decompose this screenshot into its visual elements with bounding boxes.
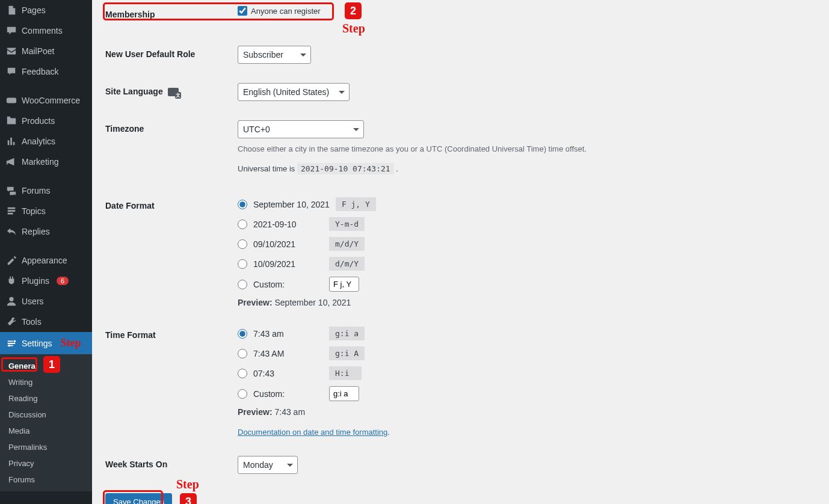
df-radio-1[interactable]	[238, 220, 247, 229]
sidebar-item-products[interactable]: Products	[0, 111, 92, 131]
sidebar-item-label: Feedback	[22, 67, 58, 76]
sidebar-item-tools[interactable]: Tools	[0, 312, 92, 332]
week-starts-select[interactable]: Monday	[238, 456, 298, 474]
site-language-label: Site Language	[105, 83, 238, 96]
sidebar-item-label: MailPoet	[22, 46, 54, 56]
annotation-box-1	[1, 357, 37, 372]
sidebar-item-replies[interactable]: Replies	[0, 221, 92, 242]
submenu-item-general[interactable]: General1	[0, 358, 92, 374]
submenu-item-reading[interactable]: Reading	[0, 390, 92, 407]
forums-icon	[6, 185, 17, 196]
membership-checkbox-row[interactable]: Anyone can register	[238, 6, 816, 16]
date-format-custom-radio[interactable]	[238, 280, 247, 289]
annotation-number-1: 1	[43, 356, 60, 373]
timezone-label: Timezone	[105, 120, 238, 134]
time-format-label: Time Format	[105, 327, 238, 340]
sidebar-item-mailpoet[interactable]: MailPoet	[0, 41, 92, 61]
timezone-help: Choose either a city in the same timezon…	[238, 144, 816, 153]
users-icon	[6, 296, 17, 307]
submenu-item-permalinks[interactable]: Permalinks	[0, 439, 92, 455]
df-label-0: September 10, 2021	[253, 200, 330, 209]
tf-label-0: 7:43 am	[253, 329, 323, 339]
woo-icon	[6, 95, 17, 106]
tf-code-1: g:i A	[329, 346, 365, 360]
date-format-preview: Preview: September 10, 2021	[238, 298, 816, 307]
date-format-label: Date Format	[105, 197, 238, 211]
tf-code-0: g:i a	[329, 327, 365, 340]
df-code-3: d/m/Y	[329, 257, 365, 271]
membership-label: Membership	[105, 6, 238, 19]
sidebar-item-label: WooCommerce	[22, 96, 80, 105]
sidebar-item-settings[interactable]: SettingsStep	[0, 332, 92, 354]
update-badge: 6	[57, 277, 69, 285]
week-starts-label: Week Starts On	[105, 456, 238, 469]
sidebar-item-label: Plugins	[22, 276, 49, 286]
topics-icon	[6, 206, 17, 217]
sidebar-item-label: Comments	[22, 26, 63, 35]
translate-icon	[168, 88, 179, 96]
plugins-icon	[6, 275, 17, 286]
df-radio-0[interactable]	[238, 200, 247, 209]
sidebar-item-users[interactable]: Users	[0, 291, 92, 312]
sidebar-item-marketing[interactable]: Marketing	[0, 152, 92, 172]
sidebar-item-comments[interactable]: Comments	[0, 20, 92, 41]
admin-sidebar: PagesCommentsMailPoetFeedback WooCommerc…	[0, 0, 92, 504]
tf-code-2: H:i	[329, 366, 362, 380]
sidebar-item-label: Products	[22, 116, 55, 126]
submenu-item-media[interactable]: Media	[0, 423, 92, 439]
sidebar-item-feedback[interactable]: Feedback	[0, 61, 92, 82]
date-format-custom-label: Custom:	[253, 280, 323, 289]
submenu-item-writing[interactable]: Writing	[0, 374, 92, 390]
annotation-number-3: 3	[180, 493, 197, 504]
sidebar-item-pages[interactable]: Pages	[0, 0, 92, 20]
sidebar-item-label: Settings	[22, 339, 52, 348]
tf-radio-0[interactable]	[238, 329, 247, 339]
settings-general-content: Membership Anyone can register 2 Step Ne…	[92, 0, 829, 504]
membership-checkbox[interactable]	[238, 6, 247, 16]
submenu-item-forums[interactable]: Forums	[0, 472, 92, 488]
site-language-select[interactable]: English (United States)	[238, 83, 350, 101]
tf-radio-1[interactable]	[238, 349, 247, 358]
svg-point-3	[8, 344, 11, 346]
annotation-step-2: Step	[342, 22, 365, 35]
time-format-custom-label: Custom:	[253, 389, 323, 399]
new-user-role-select[interactable]: Subscriber	[238, 46, 311, 64]
df-code-1: Y-m-d	[329, 217, 365, 231]
sidebar-item-forums[interactable]: Forums	[0, 180, 92, 201]
df-label-2: 09/10/2021	[253, 239, 323, 249]
tools-icon	[6, 316, 17, 327]
sidebar-item-plugins[interactable]: Plugins6	[0, 271, 92, 291]
sidebar-item-label: Replies	[22, 227, 50, 236]
svg-point-2	[14, 340, 16, 342]
sidebar-item-woocommerce[interactable]: WooCommerce	[0, 90, 92, 111]
df-radio-3[interactable]	[238, 259, 247, 269]
df-label-3: 10/09/2021	[253, 259, 323, 269]
submenu-item-discussion[interactable]: Discussion	[0, 407, 92, 423]
time-format-custom-radio[interactable]	[238, 389, 247, 399]
time-format-custom-input[interactable]	[329, 386, 359, 401]
date-format-custom-input[interactable]	[329, 277, 359, 292]
sidebar-item-analytics[interactable]: Analytics	[0, 131, 92, 152]
products-icon	[6, 115, 17, 126]
sidebar-item-appearance[interactable]: Appearance	[0, 250, 92, 271]
sidebar-item-topics[interactable]: Topics	[0, 201, 92, 221]
mailpoet-icon	[6, 46, 17, 57]
df-code-0: F j, Y	[336, 197, 376, 211]
timezone-select[interactable]: UTC+0	[238, 120, 364, 138]
df-radio-2[interactable]	[238, 239, 247, 249]
annotation-step-1: Step	[61, 337, 81, 349]
tf-radio-2[interactable]	[238, 369, 247, 378]
time-format-preview: Preview: 7:43 am	[238, 407, 816, 417]
universal-time: Universal time is 2021-09-10 07:43:21 .	[238, 164, 816, 173]
comment-icon	[6, 25, 17, 36]
new-user-role-label: New User Default Role	[105, 46, 238, 59]
sidebar-item-label: Pages	[22, 5, 46, 15]
sidebar-item-label: Appearance	[22, 256, 67, 265]
svg-point-1	[9, 297, 13, 301]
date-time-doc-link[interactable]: Documentation on date and time formattin…	[238, 428, 387, 437]
sidebar-item-label: Tools	[22, 317, 42, 327]
save-button[interactable]: Save Changes	[105, 493, 172, 504]
sidebar-item-label: Forums	[22, 186, 50, 195]
replies-icon	[6, 226, 17, 237]
submenu-item-privacy[interactable]: Privacy	[0, 455, 92, 472]
